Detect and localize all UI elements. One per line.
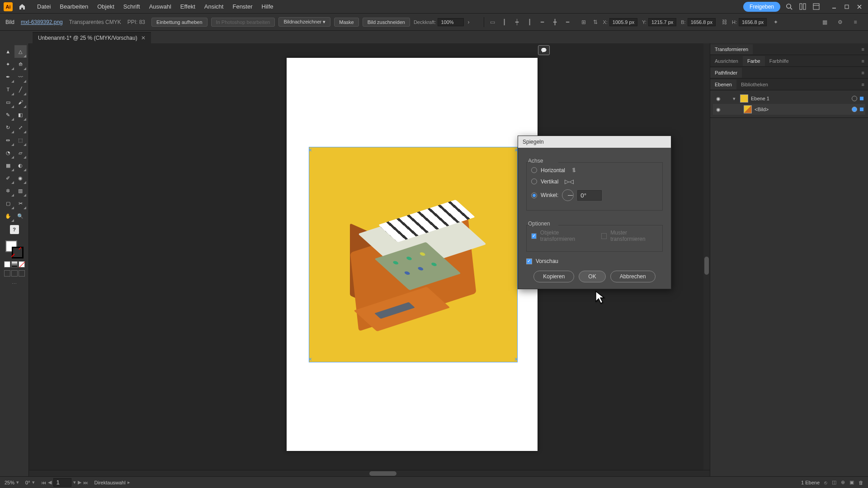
minimize-icon[interactable] (829, 2, 839, 12)
link-xy-icon[interactable]: ⇅ (591, 18, 600, 27)
target-icon[interactable] (852, 107, 857, 112)
visibility-toggle-icon[interactable]: ◉ (715, 96, 722, 102)
align-right-icon[interactable]: ┃ (525, 18, 534, 27)
mask-button[interactable]: Maske (334, 18, 359, 27)
rotation-value[interactable]: 0° (25, 480, 30, 485)
cancel-button[interactable]: Abbrechen (610, 271, 656, 282)
contextual-help-icon[interactable]: ? (10, 225, 19, 234)
menu-view[interactable]: Ansicht (200, 3, 228, 10)
libraries-panel-tab[interactable]: Bibliotheken (736, 80, 773, 89)
document-setup-icon[interactable]: ▭ (488, 18, 497, 27)
zoom-level[interactable]: 25% (5, 480, 14, 485)
transform-panel-tab[interactable]: Transformieren (710, 44, 753, 54)
prev-artboard-icon[interactable]: ◀ (48, 479, 52, 485)
artboard-tool[interactable]: ▢ (2, 197, 14, 210)
panel-menu-icon[interactable]: ≡ (851, 18, 860, 27)
mesh-tool[interactable]: ▦ (2, 159, 14, 172)
draw-behind[interactable] (11, 270, 18, 277)
angle-input[interactable] (577, 190, 602, 201)
close-window-icon[interactable] (854, 2, 864, 12)
gradient-tool[interactable]: ◐ (14, 159, 27, 172)
placed-image[interactable]: × × × × (309, 147, 517, 362)
menu-file[interactable]: Datei (33, 3, 55, 10)
make-clipping-mask-icon[interactable]: ◫ (832, 479, 836, 485)
new-layer-icon[interactable]: ▣ (849, 479, 854, 485)
selection-handle-icon[interactable]: × (308, 146, 312, 154)
vertical-scrollbar[interactable] (703, 43, 710, 470)
perspective-tool[interactable]: ▱ (14, 146, 27, 159)
paintbrush-tool[interactable]: 🖌 (14, 96, 27, 108)
gpu-preview-icon[interactable]: ▦ (820, 18, 829, 27)
hand-tool[interactable]: ✋ (2, 210, 14, 222)
color-mode-none[interactable] (19, 261, 25, 267)
draw-inside[interactable] (19, 270, 25, 277)
layer-sub-row[interactable]: ◉ <Bild> (713, 104, 865, 115)
linked-file-name[interactable]: mxl-6389392.png (21, 19, 63, 25)
ok-button[interactable]: OK (579, 271, 605, 282)
color-panel-tab[interactable]: Farbe (743, 56, 765, 66)
last-artboard-icon[interactable]: ⏭ (83, 480, 88, 485)
target-icon[interactable] (852, 96, 857, 101)
shape-properties-icon[interactable]: ✦ (771, 18, 780, 27)
stroke-swatch[interactable] (12, 247, 24, 258)
zoom-tool[interactable]: 🔍 (14, 210, 27, 222)
close-tab-icon[interactable]: ✕ (141, 35, 146, 41)
slice-tool[interactable]: ✂ (14, 197, 27, 210)
vertical-radio[interactable] (531, 178, 537, 184)
next-artboard-icon[interactable]: ▶ (78, 479, 81, 485)
layer-name[interactable]: Ebene 1 (751, 96, 849, 101)
constrain-proportions-icon[interactable]: ⛓ (720, 18, 729, 27)
panel-flyout-icon[interactable]: ≡ (858, 47, 868, 52)
x-field[interactable]: 1005.9 px (609, 18, 637, 26)
opacity-stepper-icon[interactable]: › (464, 18, 473, 27)
transform-reference-icon[interactable]: ⊞ (579, 18, 588, 27)
menu-edit[interactable]: Bearbeiten (55, 3, 93, 10)
menu-window[interactable]: Fenster (228, 3, 257, 10)
rotation-dropdown-icon[interactable]: ▾ (32, 479, 35, 485)
first-artboard-icon[interactable]: ⏮ (41, 480, 46, 485)
opacity-value[interactable]: 100% (438, 18, 464, 26)
line-tool[interactable]: ╱ (14, 83, 27, 96)
rectangle-tool[interactable]: ▭ (2, 96, 14, 108)
zoom-dropdown-icon[interactable]: ▾ (16, 479, 19, 485)
artboard-number-field[interactable] (53, 478, 71, 487)
direct-selection-tool[interactable]: △ (14, 45, 27, 58)
status-menu-icon[interactable]: ▸ (127, 479, 130, 485)
image-trace-button[interactable]: Bildnachzeichner ▾ (278, 17, 330, 27)
crop-image-button[interactable]: Bild zuschneiden (363, 18, 410, 27)
new-sublayer-icon[interactable]: ⊕ (841, 479, 845, 485)
layer-item-name[interactable]: <Bild> (755, 107, 849, 112)
edit-toolbar-icon[interactable]: ⋯ (2, 281, 27, 287)
color-mode-solid[interactable] (4, 261, 10, 267)
preferences-icon[interactable]: ⚙ (835, 18, 844, 27)
panel-flyout-icon[interactable]: ≡ (858, 58, 868, 64)
shaper-tool[interactable]: ✎ (2, 108, 14, 121)
fill-stroke-swatch[interactable] (5, 240, 24, 258)
eyedropper-tool[interactable]: ✐ (2, 172, 14, 184)
align-top-icon[interactable]: ━ (538, 18, 547, 27)
pathfinder-panel-tab[interactable]: Pathfinder (710, 68, 742, 78)
delete-layer-icon[interactable]: 🗑 (859, 480, 863, 485)
y-field[interactable]: 1215.7 px (648, 18, 676, 26)
selection-handle-icon[interactable]: × (308, 356, 312, 363)
menu-select[interactable]: Auswahl (145, 3, 176, 10)
artboard-dropdown-icon[interactable]: ▾ (73, 479, 76, 485)
panel-flyout-icon[interactable]: ≡ (858, 70, 868, 75)
free-transform-tool[interactable]: ⬚ (14, 134, 27, 146)
width-field[interactable]: 1656.8 px (688, 18, 716, 26)
magic-wand-tool[interactable]: ✦ (2, 58, 14, 70)
disclosure-triangle-icon[interactable]: ▾ (733, 96, 737, 102)
arrange-documents-icon[interactable] (797, 2, 807, 12)
align-bottom-icon[interactable]: ━ (563, 18, 572, 27)
align-left-icon[interactable]: ┃ (500, 18, 509, 27)
share-button[interactable]: Freigeben (743, 2, 780, 12)
align-center-icon[interactable]: ┿ (512, 18, 521, 27)
preview-checkbox[interactable] (526, 258, 532, 264)
align-panel-tab[interactable]: Ausrichten (710, 56, 743, 66)
shape-builder-tool[interactable]: ◔ (2, 146, 14, 159)
workspace-icon[interactable] (811, 2, 821, 12)
height-field[interactable]: 1656.8 px (739, 18, 767, 26)
locate-object-icon[interactable]: ⎋ (824, 480, 827, 485)
unembed-button[interactable]: Einbettung aufheben (151, 18, 208, 27)
angle-radio[interactable] (531, 192, 537, 198)
